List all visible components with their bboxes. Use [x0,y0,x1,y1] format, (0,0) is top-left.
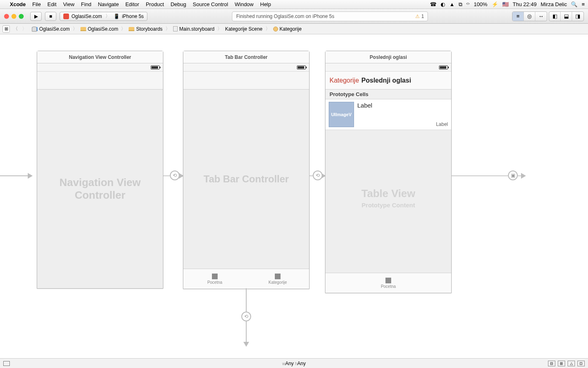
battery-icon [439,65,448,70]
scene-tab-bar-controller[interactable]: Tab Bar Controller Tab Bar Controller Po… [183,51,310,289]
close-window[interactable] [4,14,9,19]
stop-button[interactable]: ■ [45,12,56,21]
watermark: Tab Bar Controller [183,173,309,185]
right-panel-toggle[interactable]: ◨ [572,12,584,21]
scene-title: Tab Bar Controller [183,51,309,63]
battery-icon [151,65,160,70]
menu-bar: Xcode File Edit View Find Navigate Edito… [0,0,588,9]
scheme-app-name: OglasiSe.com [71,13,102,19]
viber-icon[interactable]: ☎ [430,1,437,7]
navigation-bar: Kategorije Poslednji oglasi [325,72,451,90]
battery-icon [297,65,306,70]
segue-icon[interactable]: ▣ [508,171,518,180]
navigation-bar [37,72,163,90]
storyboard-icon [173,26,178,31]
document-outline-toggle[interactable] [3,361,10,366]
resize-tool[interactable]: ⊡ [577,361,585,366]
battery-percent: 100% [474,1,487,7]
flag-icon[interactable]: 🇺🇸 [502,1,509,7]
scene-poslednji-oglasi[interactable]: Poslednji oglasi Kategorije Poslednji og… [325,51,452,293]
clock[interactable]: Thu 22:49 [513,1,537,7]
segue-icon[interactable]: ⟲ [241,312,251,321]
zoom-window[interactable] [19,14,24,19]
forward-button[interactable]: 〉 [20,25,29,33]
prototype-cell[interactable]: UIImageV Label Label [325,99,451,130]
menu-editor[interactable]: Editor [125,1,139,7]
cell-title-label: Label [357,102,448,109]
activity-text: Finished running OglasiSe.com on iPhone … [236,13,334,19]
wifi-icon[interactable]: ⌔ [466,1,470,7]
crumb-3[interactable]: Main.storyboard [179,26,214,32]
scene-icon [32,27,37,31]
crumb-2[interactable]: Storyboards [136,26,163,32]
crumb-4[interactable]: Kategorije Scene [225,26,262,32]
pin-tool[interactable]: ⊞ [558,361,565,366]
segue-icon[interactable]: ⟲ [313,171,323,180]
size-class-control[interactable]: wAny hAny [282,361,306,366]
scheme-app-icon [63,13,69,19]
arrow-down-icon [243,342,249,347]
menu-product[interactable]: Product [146,1,164,7]
object-icon [273,27,278,31]
table-view-watermark: Table View Prototype Content [325,187,451,209]
back-button[interactable]: 〈 [11,25,20,33]
run-button[interactable]: ▶ [30,12,42,21]
watermark: Navigation View Controller [37,176,163,202]
standard-editor[interactable]: ≡ [512,12,524,21]
left-panel-toggle[interactable]: ◧ [549,12,561,21]
xcode-toolbar: ▶ ■ OglasiSe.com 〉 📱 iPhone 5s Finished … [0,9,588,24]
canvas-bottom-bar: wAny hAny ⊟ ⊞ △ ⊡ [0,358,588,368]
nav-title: Poslednji oglasi [361,77,411,84]
panel-group: ◧ ⬓ ◨ [549,11,584,21]
cell-image-view: UIImageV [329,102,354,127]
user-name[interactable]: Mirza Delic [541,1,567,7]
menu-file[interactable]: File [32,1,41,7]
cell-subtitle-label: Label [436,121,448,127]
display-icon[interactable]: ⧉ [459,1,462,8]
folder-icon [80,27,86,31]
resolve-tool[interactable]: △ [568,361,575,366]
back-button-label[interactable]: Kategorije [330,77,359,84]
storyboard-canvas[interactable]: Navigation View Controller Navigation Vi… [0,34,588,358]
segue-icon[interactable]: ⟲ [170,171,180,180]
related-items-icon[interactable]: ⊞ [2,25,10,33]
tab-item-pocetna[interactable]: Pocetna [183,269,246,289]
activity-viewer[interactable]: Finished running OglasiSe.com on iPhone … [232,11,428,21]
spotlight-icon[interactable]: 🔍 [571,1,577,7]
assistant-editor[interactable]: ◎ [524,12,535,21]
menu-help[interactable]: Help [260,1,271,7]
status-bar [325,63,451,72]
scene-navigation-controller[interactable]: Navigation View Controller Navigation Vi… [37,51,163,289]
menu-navigate[interactable]: Navigate [98,1,119,7]
bottom-panel-toggle[interactable]: ⬓ [561,12,572,21]
warning-icon[interactable]: ⚠ [415,13,420,19]
align-tool[interactable]: ⊟ [548,361,555,366]
phone-icon: 📱 [114,13,120,19]
version-editor[interactable]: ↔ [535,12,547,21]
crumb-0[interactable]: OglasiSe.com [39,26,70,32]
menu-edit[interactable]: Edit [47,1,56,7]
app-name[interactable]: Xcode [10,1,26,7]
tab-item-pocetna[interactable]: Pocetna [325,273,451,293]
crumb-1[interactable]: OglasiSe.com [88,26,118,32]
menu-find[interactable]: Find [81,1,91,7]
menu-source-control[interactable]: Source Control [193,1,228,7]
scheme-selector[interactable]: OglasiSe.com 〉 📱 iPhone 5s [60,12,147,21]
tab-item-kategorije[interactable]: Kategorije [246,269,309,289]
jump-bar: ⊞ 〈 〉 OglasiSe.com〉 OglasiSe.com〉 Storyb… [0,24,588,34]
notification-icon[interactable]: ≡ [581,1,585,7]
minimize-window[interactable] [11,14,16,19]
tab-bar: Pocetna [325,273,451,293]
menu-view[interactable]: View [63,1,74,7]
dnd-icon[interactable]: ◐ [441,1,445,7]
scheme-device: iPhone 5s [122,13,144,19]
navigation-bar [183,72,309,90]
battery-icon[interactable]: ⚡ [492,1,498,7]
crumb-5[interactable]: Kategorije [280,26,302,32]
editor-mode-group: ≡ ◎ ↔ [512,11,547,21]
menu-window[interactable]: Window [235,1,254,7]
menu-debug[interactable]: Debug [171,1,186,7]
drive-icon[interactable]: ▲ [449,1,454,7]
scene-title: Poslednji oglasi [325,51,451,63]
warning-count: 1 [421,13,424,19]
